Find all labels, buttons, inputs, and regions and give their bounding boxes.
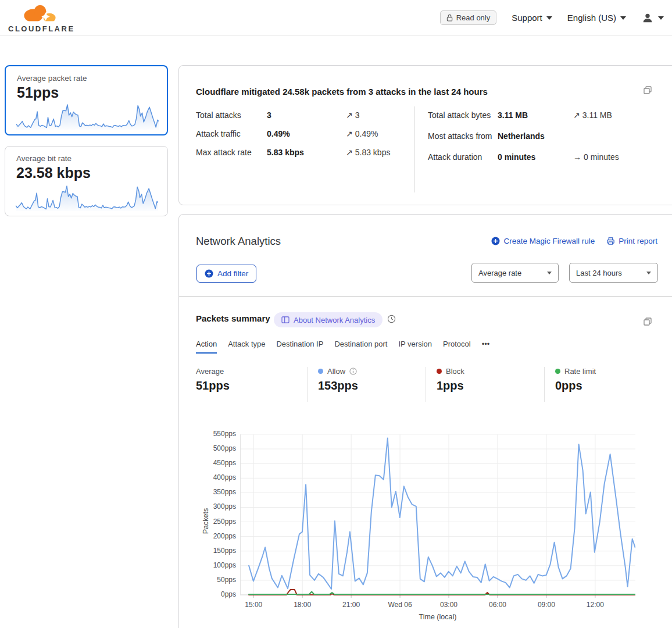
metric-card-label: Average packet rate	[17, 74, 156, 83]
support-menu[interactable]: Support	[512, 13, 552, 23]
packets-chart: Packets 0pps50pps100pps150pps200pps250pp…	[196, 430, 656, 628]
tab-destination-port[interactable]: Destination port	[334, 340, 387, 354]
stat-value: 3.11 MB	[498, 109, 573, 121]
y-axis-label: 450pps	[196, 459, 236, 468]
x-axis-label: 18:00	[284, 601, 321, 609]
printer-icon	[606, 237, 615, 245]
block-dot	[437, 369, 442, 374]
chevron-down-icon	[658, 16, 664, 20]
y-axis-label: 350pps	[196, 488, 236, 497]
stat-value: 0.49%	[267, 128, 346, 140]
network-analytics-title: Network Analytics	[196, 235, 281, 248]
tab-ip-version[interactable]: IP version	[398, 340, 432, 354]
x-axis-label: 15:00	[235, 601, 272, 609]
expand-panel-icon[interactable]	[643, 85, 652, 97]
stats-divider	[414, 106, 415, 192]
stat-average: Average 51pps	[196, 367, 307, 402]
print-report-link[interactable]: Print report	[606, 237, 657, 245]
network-analytics-panel: Network Analytics Create Magic Firewall …	[178, 214, 672, 628]
stat-value: 153pps	[318, 379, 420, 392]
stat-value: 0pps	[555, 379, 657, 392]
stat-trend: ↗5.83 kbps	[346, 147, 411, 158]
attack-summary-title: Cloudflare mitigated 24.58k packets from…	[196, 87, 488, 97]
y-axis-label: 150pps	[196, 547, 236, 556]
stat-block: Block 1pps	[426, 367, 544, 402]
stat-trend: ↗3	[346, 109, 411, 121]
tab-action[interactable]: Action	[196, 340, 217, 354]
stat-trend: ↗0.49%	[346, 128, 411, 140]
dimension-tabs: Action Attack type Destination IP Destin…	[196, 340, 489, 354]
stat-label: Total attacks	[196, 109, 267, 121]
metric-card-bit-rate[interactable]: Average bit rate 23.58 kbps	[5, 146, 168, 216]
cloudflare-cloud-icon	[18, 2, 62, 27]
stat-label: Max attack rate	[196, 147, 267, 158]
stat-rate-limit: Rate limit 0pps	[544, 367, 663, 402]
tab-destination-ip[interactable]: Destination IP	[276, 340, 323, 354]
stat-allow: Allow 153pps	[307, 367, 426, 402]
stat-trend: →0 minutes	[573, 151, 672, 163]
chevron-down-icon	[620, 16, 626, 20]
stat-label: Block	[446, 367, 464, 376]
add-filter-button[interactable]: Add filter	[196, 265, 256, 283]
x-axis-label: 21:00	[333, 601, 370, 609]
language-label: English (US)	[567, 13, 616, 23]
trend-up-icon: ↗	[346, 110, 353, 120]
metric-card-label: Average bit rate	[16, 154, 156, 163]
x-axis-label: Wed 06	[381, 601, 419, 609]
plus-circle-icon	[491, 237, 500, 245]
y-axis-label: 550pps	[196, 430, 236, 439]
rate-type-select[interactable]: Average rate	[471, 263, 559, 283]
info-icon[interactable]	[349, 367, 357, 375]
chevron-down-icon	[547, 272, 552, 274]
metric-card-value: 23.58 kbps	[16, 165, 156, 181]
stat-value: 51pps	[196, 379, 301, 392]
stat-label: Rate limit	[564, 367, 596, 376]
x-axis-label: 09:00	[528, 601, 565, 609]
y-axis-label: 100pps	[196, 561, 236, 570]
trend-up-icon: ↗	[346, 148, 353, 157]
metric-card-value: 51pps	[17, 84, 156, 101]
packets-summary-title: Packets summary	[196, 313, 270, 323]
legend-stats-row: Average 51pps Allow 153pps Block 1pps	[196, 367, 663, 402]
allow-dot	[318, 369, 323, 374]
metric-card-packet-rate[interactable]: Average packet rate 51pps	[5, 65, 168, 135]
stat-value: Netherlands	[498, 130, 573, 142]
stat-trend: ↗3.11 MB	[573, 109, 672, 121]
packet-rate-sparkline	[16, 103, 159, 130]
user-menu[interactable]	[641, 12, 664, 24]
attack-summary-panel: Cloudflare mitigated 24.58k packets from…	[178, 65, 672, 205]
y-axis-label: 50pps	[196, 576, 236, 585]
tab-attack-type[interactable]: Attack type	[228, 340, 265, 354]
language-menu[interactable]: English (US)	[567, 13, 626, 23]
support-label: Support	[512, 13, 542, 23]
time-range-select[interactable]: Last 24 hours	[569, 263, 658, 283]
create-magic-firewall-rule-link[interactable]: Create Magic Firewall rule	[491, 237, 595, 245]
stat-value: 1pps	[437, 379, 538, 392]
about-network-analytics-badge[interactable]: About Network Analytics	[274, 312, 383, 327]
trend-up-icon: ↗	[346, 129, 353, 138]
time-info-icon[interactable]	[387, 315, 396, 326]
tab-protocol[interactable]: Protocol	[443, 340, 471, 354]
y-axis-label: 300pps	[196, 502, 236, 512]
lock-icon	[446, 14, 453, 22]
y-axis-label: 400pps	[196, 473, 236, 483]
stat-label: Allow	[327, 367, 345, 376]
x-axis-label: 12:00	[577, 601, 614, 609]
trend-right-icon: →	[573, 152, 581, 162]
stat-label: Average	[196, 367, 224, 376]
x-axis-label: 03:00	[430, 601, 467, 609]
y-axis-label: 250pps	[196, 518, 236, 527]
x-axis-labels: 15:0018:0021:00Wed 0603:0006:0009:0012:0…	[240, 601, 635, 610]
stat-value: 0 minutes	[498, 151, 573, 163]
section-divider	[179, 296, 672, 297]
stat-label: Total attack bytes	[428, 109, 498, 121]
cloudflare-logo[interactable]: CLOUDFLARE	[8, 2, 72, 33]
bit-rate-sparkline	[16, 184, 158, 211]
panel-actions: Create Magic Firewall rule Print report	[491, 237, 657, 245]
attack-stats-left: Total attacks 3 ↗3 Attack traffic 0.49% …	[196, 109, 411, 158]
more-tabs-button[interactable]: •••	[482, 340, 490, 354]
y-axis-label: 0pps	[196, 590, 236, 600]
expand-panel-icon[interactable]	[643, 317, 652, 329]
chevron-down-icon	[546, 16, 552, 20]
app-header: CLOUDFLARE Read only Support English (US…	[0, 0, 672, 35]
